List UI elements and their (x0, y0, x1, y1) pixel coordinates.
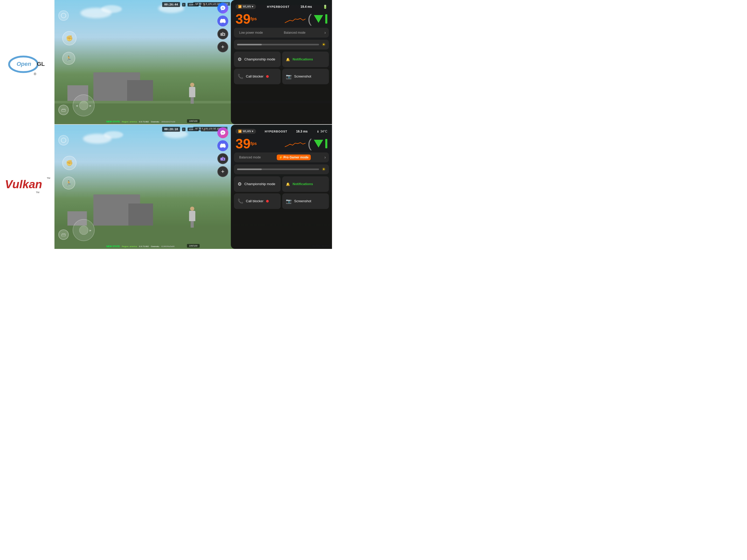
fps-graph-svg-1 (285, 14, 306, 24)
fps-label-1: fps (251, 17, 257, 21)
battery-icon-1: 🔋 (323, 5, 327, 9)
character-top (188, 83, 197, 102)
app-icons-col-2: + (217, 127, 228, 177)
joystick-top[interactable]: ◀ ▶ (73, 95, 95, 116)
punch-btn-b[interactable]: ✊ (62, 156, 77, 170)
newstate-label-1: NEW STATE (106, 120, 120, 123)
stats-row-1: 📶 WLAN ▾ HYPERBOOST 19.4 ms 🔋 (234, 3, 329, 10)
call-blocker-btn-1[interactable]: 📞 Call blocker (234, 69, 281, 84)
inventory-btn-b[interactable]: 🗃 (58, 230, 69, 240)
fps-graph-svg-2 (285, 138, 306, 149)
championship-mode-btn-1[interactable]: ⚙ Championship mode (234, 52, 281, 67)
notifications-label-2: Notifications (292, 182, 313, 186)
vulkan-trademark: TM (36, 191, 40, 194)
brightness-slider-1[interactable] (237, 44, 319, 45)
mode-chevron-2[interactable]: › (325, 155, 326, 160)
inventory-btn[interactable]: 🗃 (58, 105, 69, 115)
low-power-btn-1[interactable]: Low power mode (237, 30, 265, 35)
wlan-badge-1[interactable]: 📶 WLAN ▾ (235, 4, 256, 9)
scope-btn-b[interactable] (58, 135, 69, 145)
wlan-badge-2[interactable]: 📶 WLAN ▾ (235, 129, 256, 134)
cloud-b2 (104, 131, 123, 138)
paren-left-1: ( (308, 13, 312, 25)
screenshot-btn-1[interactable]: 📷 Screenshot (282, 69, 329, 84)
run-btn-b[interactable]: 🏃 (62, 177, 75, 189)
notifications-icon-1: 🔔 (286, 58, 290, 61)
fps-row-2: 39 fps ( (234, 137, 329, 150)
add-app-icon-2[interactable]: + (217, 166, 228, 177)
hud-bottom-1: NEW STATE Region: america 0.9.73.682 Gwa… (106, 120, 175, 123)
brightness-row-1: ☀ (234, 40, 329, 50)
hyperboost-label-1: HYPERBOOST (267, 5, 289, 8)
app-icons-col-1: + (217, 3, 228, 52)
version-1: 0.9.73.682 (139, 121, 149, 123)
cloud-2 (101, 5, 122, 13)
joystick-bottom[interactable]: ▶ (73, 219, 95, 241)
call-blocker-icon-1: 📞 (238, 74, 243, 79)
screenshot-icon-2: 📷 (286, 198, 291, 204)
hyperboost-label-2: HYPERBOOST (265, 130, 287, 133)
vulkan-logo: Vulkan TM TM (4, 175, 50, 194)
notifications-icon-2: 🔔 (286, 182, 290, 186)
health-bar-1: 100/100 (187, 119, 200, 123)
call-blocker-label-2: Call blocker (246, 199, 263, 204)
player-2: Gwanatu (151, 245, 159, 247)
fps-number-1: 39 (235, 12, 251, 26)
messenger-icon-2[interactable] (217, 127, 228, 138)
mode-row-1[interactable]: Low power mode Balanced mode › (234, 28, 329, 37)
add-app-icon-1[interactable]: + (217, 42, 228, 52)
run-btn[interactable]: 🏃 (62, 52, 75, 65)
fps-number-2: 39 (235, 137, 251, 150)
balanced-btn-2[interactable]: Balanced mode (237, 155, 263, 160)
punch-btn[interactable]: ✊ (62, 31, 77, 45)
pro-gamer-btn-2[interactable]: ⚡ Pro Gamer mode (277, 155, 311, 160)
feature-grid-1: ⚙ Championship mode 🔔 Notifications 📞 Ca… (234, 52, 329, 84)
stats-row-2: 📶 WLAN ▾ HYPERBOOST 16.3 ms 🌡 34°C (234, 128, 329, 135)
call-blocker-dot-1 (266, 75, 269, 78)
character-bottom (188, 207, 197, 226)
ping-value-2: 16.3 ms (296, 130, 308, 133)
call-blocker-icon-2: 📞 (238, 198, 243, 204)
call-blocker-dot-2 (266, 200, 269, 203)
building-side-top (127, 80, 153, 103)
call-blocker-btn-2[interactable]: 📞 Call blocker (234, 193, 281, 209)
right-panel: ✊ 🏃 ◀ ▶ 🗃 00:26:44 I JOINED 🏠 GO TO LOBB… (54, 0, 332, 249)
game-timer-2: 00:28:18 (162, 127, 180, 132)
screenshot-icon-1: 📷 (286, 74, 291, 79)
left-logos-panel: Open GL ® Vulkan TM TM (0, 0, 54, 249)
feature-grid-2: ⚙ Championship mode 🔔 Notifications 📞 Ca… (234, 176, 329, 209)
discord-icon-1[interactable] (217, 16, 228, 26)
fps-row-1: 39 fps ( (234, 12, 329, 26)
championship-label-2: Championship mode (244, 182, 275, 186)
notifications-btn-2[interactable]: 🔔 Notifications (282, 176, 329, 192)
scope-btn[interactable] (58, 10, 69, 21)
health-bar-2: 100/100 (187, 244, 200, 247)
gamepad-icon-1[interactable] (217, 28, 228, 39)
championship-icon-1: ⚙ (238, 56, 242, 62)
region-1: Region: america (122, 121, 137, 123)
balanced-btn-1[interactable]: Balanced mode (282, 30, 307, 35)
screenshot-label-2: Screenshot (294, 199, 311, 204)
notifications-btn-1[interactable]: 🔔 Notifications (282, 52, 329, 67)
mode-chevron-1[interactable]: › (325, 30, 326, 35)
brightness-slider-2[interactable] (237, 168, 319, 170)
version-2: 0.9.73.682 (139, 245, 149, 247)
paren-left-2: ( (308, 137, 312, 150)
messenger-icon-1[interactable] (217, 3, 228, 14)
mode-row-2[interactable]: Balanced mode ⚡ Pro Gamer mode › (234, 153, 329, 162)
discord-icon-2[interactable] (217, 140, 228, 151)
building-side-bottom (128, 204, 153, 228)
down-arrow-1 (314, 15, 323, 23)
game-panel-bottom: ✊ 🏃 ▶ 🗃 00:28:18 I JOINED 🏠 GO TO LOBBY … (54, 125, 332, 249)
fps-graph-area-2: ( (257, 137, 327, 150)
gamepad-icon-2[interactable] (217, 153, 228, 164)
svg-text:Open: Open (17, 61, 31, 67)
screenshot-btn-2[interactable]: 📷 Screenshot (282, 193, 329, 209)
championship-mode-btn-2[interactable]: ⚙ Championship mode (234, 176, 281, 192)
player-1: Gwanatu (151, 121, 159, 123)
overlay-panel-1: + 📶 WLAN ▾ HYPERBOOST 19.4 ms 🔋 39 fps (231, 0, 332, 124)
svg-text:Vulkan: Vulkan (5, 178, 42, 191)
fps-graph-area-1: ( (257, 13, 327, 25)
call-blocker-label-1: Call blocker (246, 74, 263, 79)
fps-label-2: fps (251, 141, 257, 146)
